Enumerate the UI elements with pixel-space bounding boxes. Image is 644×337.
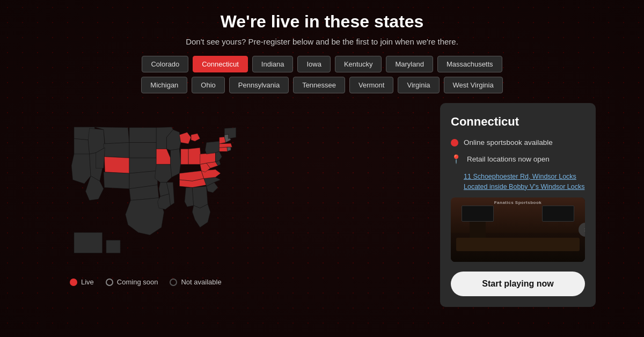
- state-tag-michigan[interactable]: Michigan: [141, 77, 187, 93]
- legend-live-label: Live: [81, 278, 94, 286]
- state-nd[interactable]: [129, 128, 156, 143]
- legend-dot-live: [70, 279, 77, 286]
- us-map-svg: [48, 103, 295, 269]
- main-content: Live Coming soon Not available Connectic…: [38, 103, 606, 307]
- state-hi[interactable]: [106, 240, 120, 253]
- online-sportsbook-row: Online sportsbook available: [451, 138, 585, 146]
- state-tag-iowa[interactable]: Iowa: [297, 56, 330, 72]
- state-tag-tennessee[interactable]: Tennessee: [293, 77, 345, 93]
- state-ri[interactable]: [227, 147, 231, 151]
- legend-not-available: Not available: [170, 278, 221, 286]
- state-tag-maryland[interactable]: Maryland: [386, 56, 433, 72]
- legend-coming-soon: Coming soon: [106, 278, 158, 286]
- state-or[interactable]: [74, 138, 90, 154]
- state-tag-vermont[interactable]: Vermont: [349, 77, 393, 93]
- state-tags-container: Colorado Connecticut Indiana Iowa Kentuc…: [118, 56, 526, 93]
- state-tag-massachusetts[interactable]: Massachusetts: [437, 56, 502, 72]
- legend-not-available-label: Not available: [181, 278, 221, 286]
- state-oh[interactable]: [188, 148, 201, 164]
- map-area: Live Coming soon Not available: [48, 103, 429, 286]
- legend-live: Live: [70, 278, 94, 286]
- retail-image-inner: Fanatics Sportsbook: [451, 197, 585, 262]
- state-ga[interactable]: [192, 186, 208, 208]
- state-ca[interactable]: [71, 154, 91, 184]
- online-status-dot: [451, 139, 458, 146]
- state-nm[interactable]: [104, 172, 129, 189]
- state-ia[interactable]: [156, 149, 170, 165]
- state-ma[interactable]: [219, 143, 232, 148]
- state-tag-indiana[interactable]: Indiana: [252, 56, 294, 72]
- map-legend: Live Coming soon Not available: [48, 278, 429, 286]
- state-mi[interactable]: [179, 132, 200, 144]
- state-tag-ohio[interactable]: Ohio: [192, 77, 224, 93]
- page-title: We're live in these states: [221, 12, 424, 32]
- state-wy[interactable]: [104, 143, 129, 158]
- page-subtitle: Don't see yours? Pre-register below and …: [186, 37, 458, 46]
- legend-dot-not-available: [170, 279, 177, 286]
- online-sportsbook-label: Online sportsbook available: [464, 138, 553, 146]
- state-al[interactable]: [185, 187, 194, 207]
- retail-locations-row: 📍 Retail locations now open: [451, 154, 585, 164]
- state-tag-west-virginia[interactable]: West Virginia: [444, 77, 503, 93]
- state-tag-pennsylvania[interactable]: Pennsylvania: [229, 77, 289, 93]
- state-sd[interactable]: [129, 143, 156, 158]
- location-link-line2[interactable]: Located inside Bobby V's Windsor Locks: [464, 182, 585, 192]
- location-pin-icon: 📍: [451, 154, 462, 164]
- state-ct[interactable]: [219, 147, 228, 151]
- retail-location-image: Fanatics Sportsbook ›: [451, 197, 585, 262]
- retail-locations-label: Retail locations now open: [467, 155, 550, 163]
- info-panel: Connecticut Online sportsbook available …: [440, 103, 596, 307]
- state-mo[interactable]: [155, 164, 172, 182]
- state-il[interactable]: [171, 149, 181, 178]
- state-fl[interactable]: [192, 204, 210, 228]
- state-in[interactable]: [181, 149, 188, 165]
- page-container: We're live in these states Don't see you…: [0, 0, 644, 337]
- start-playing-button[interactable]: Start playing now: [451, 272, 585, 296]
- location-link-line1[interactable]: 11 Schoephoester Rd, Windsor Locks: [464, 172, 585, 182]
- state-tag-kentucky[interactable]: Kentucky: [335, 56, 382, 72]
- state-nj[interactable]: [215, 151, 222, 162]
- state-az[interactable]: [85, 176, 104, 201]
- info-panel-title: Connecticut: [451, 115, 585, 129]
- legend-dot-coming-soon: [106, 279, 113, 286]
- state-co[interactable]: [104, 157, 129, 173]
- location-block: 11 Schoephoester Rd, Windsor Locks Locat…: [464, 172, 585, 192]
- state-tag-connecticut[interactable]: Connecticut: [193, 56, 248, 72]
- state-la[interactable]: [158, 194, 171, 209]
- state-tag-colorado[interactable]: Colorado: [142, 56, 188, 72]
- legend-coming-soon-label: Coming soon: [117, 278, 158, 286]
- state-tag-virginia[interactable]: Virginia: [398, 77, 439, 93]
- map-svg-container: [48, 103, 429, 272]
- state-ak[interactable]: [74, 232, 103, 253]
